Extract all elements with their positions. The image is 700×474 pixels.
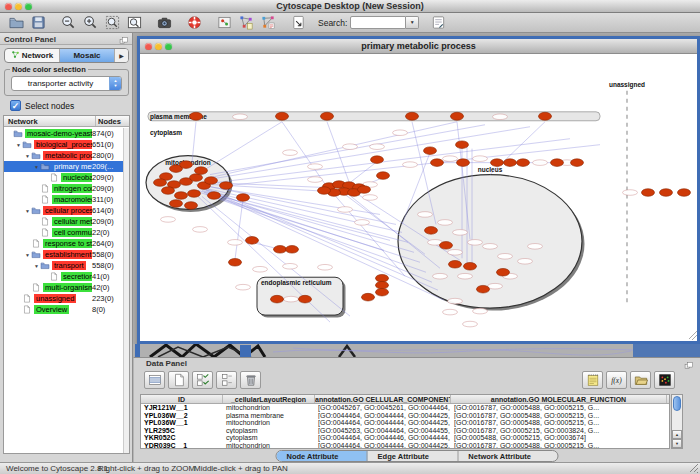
network-edge[interactable] [200,122,282,173]
search-settings-button[interactable] [428,13,448,31]
network-view-titlebar[interactable]: primary metabolic process [140,39,697,54]
network-node[interactable] [229,258,242,266]
network-node[interactable] [376,274,389,282]
tree-row[interactable]: Overview8(0) [4,304,123,315]
network-node[interactable] [376,281,389,289]
expand-arrow-icon[interactable]: ▼ [24,153,31,159]
attribute-matrix-button[interactable] [654,371,675,389]
network-node[interactable] [321,112,334,120]
network-tree-label[interactable]: cellular process [43,206,92,215]
network-tree-label[interactable]: cellular metabo [52,217,92,226]
table-row[interactable]: YPL036W__1mitochondrion[GO:0044464, GO:0… [141,419,669,427]
network-node[interactable] [504,159,517,167]
tab-node-attribute-browser[interactable]: Node Attribute Browser [277,451,368,461]
expand-arrow-icon[interactable]: ▼ [15,142,22,148]
network-node[interactable] [660,189,673,197]
tree-row[interactable]: multi-organism pro42(0) [4,282,123,293]
tree-row[interactable]: cell communicat22(0) [4,227,123,238]
tree-row[interactable]: cellular metabo209(0) [4,216,123,227]
view-minimize-button[interactable] [155,43,162,50]
scrollbar-thumb[interactable] [673,396,681,411]
expand-arrow-icon[interactable]: ▼ [24,208,31,214]
network-analysis-2-button[interactable] [258,13,278,31]
network-edge[interactable] [490,122,545,175]
network-node[interactable] [205,177,218,185]
network-tree-label[interactable]: primary metabo [52,162,92,171]
open-session-button[interactable] [6,13,26,31]
table-row[interactable]: YKR052Ccytoplasm[GO:0044464, GO:0044446,… [141,434,669,442]
network-tree-label[interactable]: cell communicat [52,228,92,237]
tree-scrollbar[interactable] [123,128,129,453]
network-node[interactable] [271,295,284,303]
attribute-equation-button[interactable]: f(x) [606,371,627,389]
network-node[interactable] [190,174,203,182]
network-node[interactable] [464,262,477,270]
network-tree-label[interactable]: response to stimulu [43,239,92,248]
network-node[interactable] [425,227,438,235]
network-analysis-1-button[interactable] [236,13,256,31]
tree-row[interactable]: ▼cellular process614(0) [4,205,123,216]
network-node[interactable] [274,246,287,254]
resize-grip[interactable] [689,463,699,473]
tree-row[interactable]: nucleobase-209(0) [4,172,123,183]
network-node[interactable] [457,159,470,167]
network-node[interactable] [477,285,490,293]
attribute-checklist-button[interactable] [192,371,213,389]
network-node[interactable] [154,179,167,187]
table-row[interactable]: YPL036W__2plasma membrane[GO:0044464, GO… [141,412,669,420]
network-edge[interactable] [235,199,243,259]
network-node[interactable] [180,161,193,169]
column-header[interactable]: annotation.GO CELLULAR_COMPONENT [315,395,451,403]
network-node[interactable] [170,200,183,208]
tree-row[interactable]: mosaic-demo-yeast874(0) [4,128,123,139]
network-node[interactable] [451,112,464,120]
network-node[interactable] [362,293,375,301]
network-node[interactable] [175,192,188,200]
table-row[interactable]: YDR039C__1mitochondrion[GO:0044464, GO:0… [141,442,669,449]
network-node[interactable] [456,141,469,149]
network-node[interactable] [190,112,203,120]
tree-column-network[interactable]: Network [4,116,96,126]
tree-column-nodes[interactable]: Nodes [96,116,129,126]
zoom-out-button[interactable] [58,13,78,31]
network-edge[interactable] [206,122,457,179]
network-node[interactable] [449,260,462,268]
network-node[interactable] [491,159,504,167]
column-header[interactable]: _cellularLayoutRegion [223,395,315,403]
network-node[interactable] [286,246,299,254]
network-tree-label[interactable]: transport [52,261,86,270]
search-input[interactable] [350,16,406,29]
help-button[interactable] [184,13,204,31]
tree-row[interactable]: ▼primary metabo209(... [4,161,123,172]
notes-button[interactable] [582,371,603,389]
snapshot-button[interactable] [154,13,174,31]
tree-row[interactable]: unassigned223(0) [4,293,123,304]
tree-row[interactable]: nitrogen compo209(0) [4,183,123,194]
network-node[interactable] [377,172,390,180]
network-tree-label[interactable]: macromolecule [52,195,92,204]
import-annotation-button[interactable] [288,13,308,31]
network-node[interactable] [162,187,175,195]
network-node[interactable] [237,194,250,202]
network-node[interactable] [497,268,510,276]
network-node[interactable] [358,186,371,194]
network-tree-label[interactable]: biological_process [34,140,92,149]
network-edge[interactable] [216,139,570,183]
tree-row[interactable]: macromolecule311(0) [4,194,123,205]
float-data-panel-button[interactable] [683,359,694,369]
select-nodes-checkbox[interactable]: ✓ [10,100,21,111]
network-tree-label[interactable]: nucleobase- [61,173,92,182]
import-attributes-button[interactable] [630,371,651,389]
network-tree-label[interactable]: nitrogen compo [52,184,92,193]
scroll-up-button[interactable]: ▲ [672,430,682,439]
network-node[interactable] [424,147,437,155]
network-node[interactable] [406,112,419,120]
search-dropdown-button[interactable]: ▼ [406,16,419,29]
network-tree-label[interactable]: secretion [61,272,92,281]
column-header[interactable]: ID [141,395,223,403]
tree-row[interactable]: response to stimulu264(0) [4,238,123,249]
network-node[interactable] [188,190,201,198]
network-node[interactable] [539,112,552,120]
tab-network-attribute-browser[interactable]: Network Attribute Browser [458,451,557,461]
network-node[interactable] [276,112,289,120]
